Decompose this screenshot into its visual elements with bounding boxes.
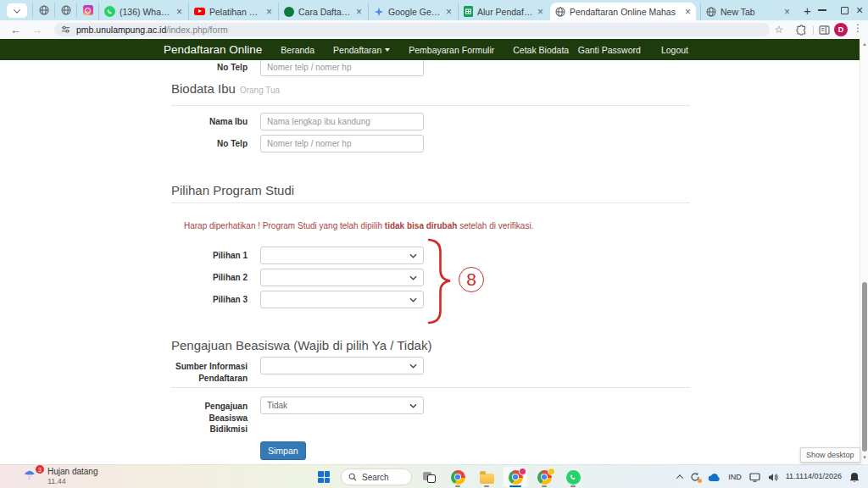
nav-item-pembayaran-formulir[interactable]: Pembayaran Formulir bbox=[409, 45, 494, 55]
notifications-bell-icon[interactable] bbox=[849, 472, 860, 483]
forward-button[interactable]: → bbox=[31, 24, 42, 36]
field-label: No Telp bbox=[171, 135, 248, 152]
site-info-icon[interactable] bbox=[61, 22, 70, 37]
field-label: Pengajuan Beasiswa Bidikmisi bbox=[171, 396, 248, 435]
tab-title: Google Gemini bbox=[388, 7, 442, 17]
clock-time: 11.11 bbox=[786, 472, 804, 481]
show-desktop-tooltip: Show desktop bbox=[800, 447, 860, 463]
folder-icon bbox=[480, 474, 494, 484]
nav-item-logout[interactable]: Logout bbox=[661, 45, 688, 55]
globe-icon bbox=[61, 5, 71, 15]
screen: (136) WhatsApp × Pelatihan Konten Kreato… bbox=[0, 0, 868, 488]
update-badge bbox=[698, 479, 702, 483]
back-button[interactable]: ← bbox=[10, 24, 21, 36]
close-window-button[interactable]: × bbox=[848, 0, 868, 20]
browser-menu-icon[interactable]: ⋮ bbox=[853, 22, 863, 34]
taskbar-chrome-profile-button[interactable] bbox=[532, 467, 556, 487]
side-panel-icon[interactable] bbox=[816, 23, 832, 36]
father-phone-input[interactable] bbox=[260, 58, 424, 76]
tab-title: Cara Daftar Pendaftaran On bbox=[298, 7, 352, 17]
close-tab-icon[interactable]: × bbox=[266, 7, 272, 17]
tab-title: Pendaftaran Online Mahas bbox=[570, 7, 681, 17]
page-scrollbar[interactable]: ▲ ▼ bbox=[860, 39, 868, 464]
tab-new-tab[interactable]: New Tab × bbox=[700, 3, 795, 20]
language-indicator[interactable]: IND bbox=[728, 473, 742, 481]
tab-alur[interactable]: Alur Pendaftaran Mahasisw × bbox=[458, 3, 548, 20]
tray-update-icon[interactable] bbox=[690, 472, 700, 482]
close-tab-icon[interactable]: × bbox=[176, 7, 182, 17]
taskbar-chrome-profile-button-active[interactable] bbox=[504, 467, 527, 487]
save-button[interactable]: Simpan bbox=[260, 441, 306, 460]
minimize-button[interactable] bbox=[810, 0, 834, 20]
chevron-down-icon bbox=[409, 297, 417, 302]
scroll-down-icon[interactable]: ▼ bbox=[861, 455, 868, 460]
site-navbar: Pendaftaran Online Beranda Pendaftaran P… bbox=[0, 39, 860, 60]
close-tab-icon[interactable]: × bbox=[685, 7, 691, 17]
minimize-icon bbox=[818, 9, 826, 10]
extensions-icon[interactable] bbox=[793, 23, 809, 36]
task-view-button[interactable] bbox=[417, 467, 441, 487]
divider bbox=[171, 105, 690, 106]
sheets-icon bbox=[464, 6, 473, 17]
pinned-tab-instagram[interactable] bbox=[76, 3, 98, 18]
taskbar-clock[interactable]: 11.11 14/01/2026 bbox=[786, 472, 842, 481]
tab-title: (136) WhatsApp bbox=[120, 7, 172, 17]
section-heading-beasiswa: Pengajuan Beasiswa (Wajib di pilih Ya / … bbox=[171, 338, 431, 352]
nav-item-beranda[interactable]: Beranda bbox=[281, 45, 314, 55]
youtube-icon bbox=[194, 8, 205, 16]
weather-time: 11.44 bbox=[47, 477, 98, 486]
profile-badge-yellow bbox=[548, 468, 555, 475]
search-placeholder: Search bbox=[362, 473, 389, 482]
mother-name-input[interactable] bbox=[260, 113, 424, 130]
tab-search-button[interactable] bbox=[7, 3, 27, 18]
chrome-icon bbox=[537, 470, 552, 485]
close-tab-icon[interactable]: × bbox=[446, 7, 452, 17]
volume-icon[interactable] bbox=[768, 473, 778, 482]
annotation-brace bbox=[426, 237, 456, 325]
warning-text: Harap diperhatikan ! Program Studi yang … bbox=[184, 221, 533, 230]
nav-item-pendaftaran[interactable]: Pendaftaran bbox=[333, 45, 390, 55]
scrollbar-thumb[interactable] bbox=[862, 282, 867, 452]
sumber-informasi-select[interactable] bbox=[260, 357, 424, 374]
tab-pelatihan[interactable]: Pelatihan Konten Kreator d × bbox=[188, 3, 277, 20]
display-icon[interactable] bbox=[749, 473, 760, 482]
nav-item-ganti-password[interactable]: Ganti Password bbox=[578, 45, 641, 55]
start-button[interactable] bbox=[312, 467, 336, 487]
pilihan-1-select[interactable] bbox=[260, 247, 424, 264]
taskbar-whatsapp-button[interactable] bbox=[561, 467, 585, 487]
taskbar-file-explorer-button[interactable] bbox=[475, 467, 498, 487]
search-icon bbox=[348, 473, 357, 481]
pilihan-2-select[interactable] bbox=[260, 269, 424, 286]
bookmark-star-icon[interactable]: ☆ bbox=[771, 23, 787, 36]
globe-icon bbox=[39, 5, 49, 15]
taskbar-search[interactable]: Search bbox=[341, 469, 412, 485]
tray-show-hidden-icons[interactable] bbox=[677, 474, 682, 480]
form-row-pilihan-3: Pilihan 3 bbox=[171, 291, 424, 308]
close-tab-icon[interactable]: × bbox=[784, 7, 790, 17]
tab-gemini[interactable]: Google Gemini × bbox=[368, 3, 457, 20]
profile-avatar[interactable]: D bbox=[834, 23, 848, 36]
pinned-tab[interactable] bbox=[54, 3, 76, 18]
site-brand[interactable]: Pendaftaran Online bbox=[164, 43, 262, 56]
address-bar[interactable]: pmb.unulampung.ac.id/index.php/form bbox=[54, 23, 770, 36]
taskbar-weather-widget[interactable]: ☂3 Hujan datang 11.44 bbox=[24, 467, 98, 486]
bidikmisi-select[interactable]: Tidak bbox=[260, 396, 424, 414]
whatsapp-icon bbox=[566, 470, 581, 485]
close-tab-icon[interactable]: × bbox=[537, 7, 543, 17]
globe-icon bbox=[555, 7, 565, 17]
taskbar-chrome-button[interactable] bbox=[446, 467, 470, 487]
form-row-mother-phone: No Telp bbox=[171, 135, 424, 152]
pilihan-3-select[interactable] bbox=[260, 291, 424, 308]
tab-cara-daftar[interactable]: Cara Daftar Pendaftaran On × bbox=[278, 3, 367, 20]
tab-whatsapp[interactable]: (136) WhatsApp × bbox=[98, 3, 187, 20]
onedrive-cloud-icon[interactable] bbox=[708, 473, 721, 482]
pinned-tab[interactable] bbox=[32, 3, 54, 18]
tab-pendaftaran-online-active[interactable]: Pendaftaran Online Mahas × bbox=[550, 3, 696, 20]
weather-rain-icon: ☂3 bbox=[24, 468, 41, 485]
close-tab-icon[interactable]: × bbox=[356, 7, 362, 17]
url-text: pmb.unulampung.ac.id/index.php/form bbox=[76, 25, 228, 35]
form-row-bidikmisi: Pengajuan Beasiswa Bidikmisi Tidak bbox=[171, 396, 424, 435]
mother-phone-input[interactable] bbox=[260, 135, 424, 152]
form-row-mother-name: Nama Ibu bbox=[171, 113, 424, 130]
scroll-up-icon[interactable]: ▲ bbox=[861, 42, 868, 47]
